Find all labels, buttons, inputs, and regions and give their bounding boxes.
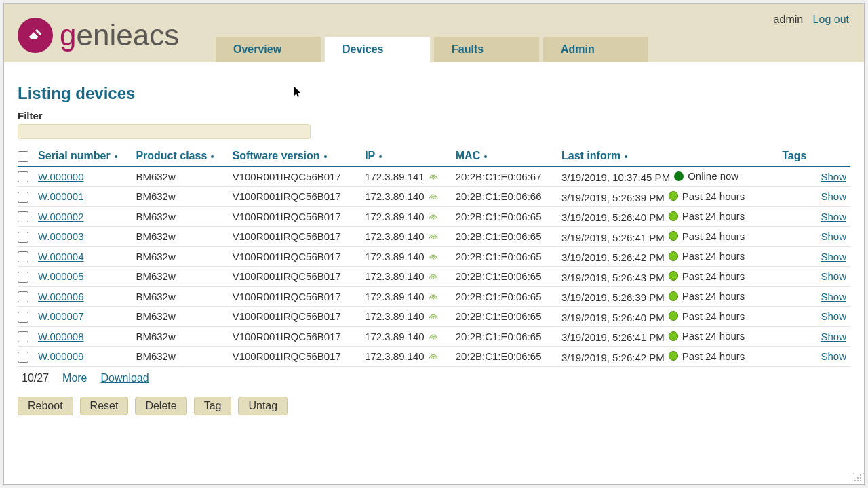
serial-link[interactable]: W.000006 [38,291,84,302]
cell-ip: 172.3.89.140 [365,266,456,287]
cell-ip: 172.3.89.140 [365,287,456,307]
ping-icon[interactable] [429,331,438,342]
serial-link[interactable]: W.000000 [38,171,84,182]
row-checkbox[interactable] [18,352,28,363]
svg-rect-15 [860,480,861,481]
cell-last-inform: 3/19/2019, 5:26:42 PMPast 24 hours [561,247,782,267]
cell-tags [782,207,816,227]
cell-tags [782,306,816,327]
table-row: W.000001BM632wV100R001IRQC56B017172.3.89… [18,186,850,207]
download-link[interactable]: Download [101,372,149,384]
untag-button[interactable]: Untag [238,396,288,415]
cell-last-inform: 3/19/2019, 5:26:43 PMPast 24 hours [561,266,782,287]
show-link[interactable]: Show [821,291,846,302]
cursor-icon [294,87,301,98]
row-checkbox[interactable] [18,211,28,222]
show-link[interactable]: Show [821,190,846,202]
row-checkbox[interactable] [18,251,28,262]
show-link[interactable]: Show [821,350,846,362]
cell-software: V100R001IRQC56B017 [233,247,365,267]
ping-icon[interactable] [429,190,438,202]
cell-software: V100R001IRQC56B017 [233,346,365,367]
row-checkbox[interactable] [18,312,28,323]
serial-link[interactable]: W.000005 [38,270,84,282]
cell-last-inform: 3/19/2019, 10:37:45 PMOnline now [561,167,782,187]
ping-icon[interactable] [429,230,438,242]
row-checkbox[interactable] [18,291,28,302]
tab-devices[interactable]: Devices [325,37,430,62]
ping-icon[interactable] [429,310,438,322]
select-all-checkbox[interactable] [18,151,28,162]
tab-overview[interactable]: Overview [216,37,321,62]
cell-product: BM632w [136,186,232,207]
cell-software: V100R001IRQC56B017 [233,207,365,227]
cell-ip: 172.3.89.141 [365,167,456,187]
header-product[interactable]: Product class [136,146,232,167]
row-checkbox[interactable] [18,272,28,283]
header-ip[interactable]: IP [365,146,456,167]
table-row: W.000004BM632wV100R001IRQC56B017172.3.89… [18,247,850,267]
cell-mac: 20:2B:C1:E0:06:65 [456,346,561,367]
show-link[interactable]: Show [821,310,846,322]
ping-icon[interactable] [429,251,438,262]
resize-grip-icon[interactable] [853,473,863,483]
row-checkbox[interactable] [18,171,28,182]
header-software[interactable]: Software version [233,146,365,167]
show-link[interactable]: Show [821,270,846,282]
sort-indicator-icon [211,155,214,158]
show-link[interactable]: Show [821,211,846,222]
reboot-button[interactable]: Reboot [18,396,73,415]
tag-button[interactable]: Tag [194,396,232,415]
filter-input[interactable] [18,124,311,139]
ping-icon[interactable] [429,350,438,362]
svg-point-9 [432,357,434,359]
cell-mac: 20:2B:C1:E0:06:65 [456,306,561,327]
delete-button[interactable]: Delete [135,396,186,415]
tab-faults[interactable]: Faults [434,37,539,62]
show-link[interactable]: Show [821,230,846,242]
svg-point-7 [432,317,434,319]
serial-link[interactable]: W.000001 [38,190,84,202]
serial-link[interactable]: W.000003 [38,230,84,242]
svg-rect-12 [860,477,861,479]
svg-point-1 [432,197,434,199]
cell-ip: 172.3.89.140 [365,207,456,227]
sort-indicator-icon [115,155,117,158]
ping-icon[interactable] [429,291,438,302]
serial-link[interactable]: W.000004 [38,251,84,262]
tab-admin[interactable]: Admin [543,37,648,62]
row-checkbox[interactable] [18,192,28,203]
serial-link[interactable]: W.000009 [38,350,84,362]
cell-last-inform: 3/19/2019, 5:26:40 PMPast 24 hours [561,207,782,227]
row-checkbox[interactable] [18,232,28,243]
show-link[interactable]: Show [821,331,846,342]
cell-software: V100R001IRQC56B017 [233,186,365,207]
more-link[interactable]: More [62,372,87,384]
cell-tags [782,186,816,207]
ping-icon[interactable] [429,211,438,222]
logout-link[interactable]: Log out [813,14,849,25]
serial-link[interactable]: W.000008 [38,331,84,342]
table-row: W.000009BM632wV100R001IRQC56B017172.3.89… [18,346,850,367]
header-last-inform[interactable]: Last inform [561,146,782,167]
ping-icon[interactable] [429,270,438,282]
serial-link[interactable]: W.000007 [38,310,84,322]
svg-point-8 [432,338,434,340]
header-tags[interactable]: Tags [782,146,816,167]
show-link[interactable]: Show [821,171,846,182]
header-mac[interactable]: MAC [456,146,561,167]
header-serial[interactable]: Serial number [38,146,136,167]
user-links: admin Log out [774,14,849,26]
table-row: W.000000BM632wV100R001IRQC56B017172.3.89… [18,167,850,187]
page-body: Listing devices Filter Serial number Pro… [4,62,864,428]
brand-logo: genieacs [18,18,179,53]
brush-icon [18,18,53,53]
cell-mac: 20:2B:C1:E0:06:65 [456,327,561,347]
reset-button[interactable]: Reset [80,396,129,415]
row-checkbox[interactable] [18,331,28,342]
cell-product: BM632w [136,346,232,367]
main-tabs: OverviewDevicesFaultsAdmin [216,37,648,62]
serial-link[interactable]: W.000002 [38,211,84,222]
show-link[interactable]: Show [821,251,846,262]
ping-icon[interactable] [429,171,438,182]
